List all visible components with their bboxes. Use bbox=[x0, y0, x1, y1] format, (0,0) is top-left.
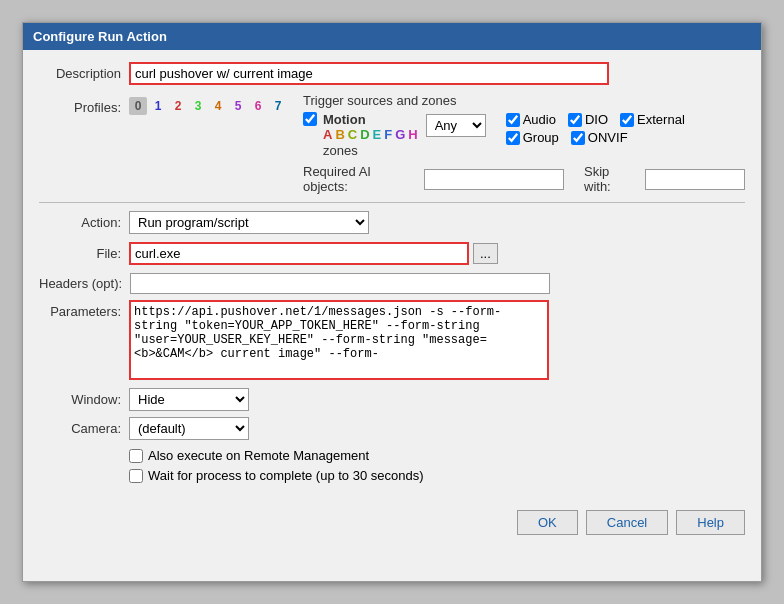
profile-6[interactable]: 6 bbox=[249, 97, 267, 115]
zone-f[interactable]: F bbox=[384, 127, 392, 142]
window-select[interactable]: Hide bbox=[129, 388, 249, 411]
checkboxes-row2: Group ONVIF bbox=[506, 130, 685, 145]
zone-e[interactable]: E bbox=[373, 127, 382, 142]
required-ai-input[interactable] bbox=[424, 169, 564, 190]
file-input[interactable] bbox=[129, 242, 469, 265]
cancel-button[interactable]: Cancel bbox=[586, 510, 668, 535]
audio-checkbox-item: Audio bbox=[506, 112, 556, 127]
trigger-controls: Motion A B C D E F G H zones bbox=[303, 112, 745, 158]
zone-g[interactable]: G bbox=[395, 127, 405, 142]
group-checkbox[interactable] bbox=[506, 131, 520, 145]
dio-checkbox-item: DIO bbox=[568, 112, 608, 127]
browse-button[interactable]: ... bbox=[473, 243, 498, 264]
checkboxes-row1: Audio DIO External bbox=[506, 112, 685, 127]
window-row: Window: Hide bbox=[39, 388, 745, 411]
zone-a[interactable]: A bbox=[323, 127, 332, 142]
description-label: Description bbox=[39, 66, 129, 81]
group-checkbox-item: Group bbox=[506, 130, 559, 145]
zones-label: zones bbox=[323, 143, 418, 158]
motion-label: Motion bbox=[323, 112, 418, 127]
required-ai-label: Required AI objects: bbox=[303, 164, 418, 194]
dio-label: DIO bbox=[585, 112, 608, 127]
profile-5[interactable]: 5 bbox=[229, 97, 247, 115]
wait-process-checkbox[interactable] bbox=[129, 469, 143, 483]
params-label: Parameters: bbox=[39, 300, 129, 319]
profile-2[interactable]: 2 bbox=[169, 97, 187, 115]
ok-button[interactable]: OK bbox=[517, 510, 578, 535]
headers-row: Headers (opt): bbox=[39, 273, 745, 294]
separator1 bbox=[39, 202, 745, 203]
zone-h[interactable]: H bbox=[408, 127, 417, 142]
dialog-body: Description Profiles: 0 1 2 3 4 5 6 7 Tr… bbox=[23, 50, 761, 500]
profile-3[interactable]: 3 bbox=[189, 97, 207, 115]
description-input[interactable] bbox=[129, 62, 609, 85]
profile-1[interactable]: 1 bbox=[149, 97, 167, 115]
file-label: File: bbox=[39, 246, 129, 261]
dialog-footer: OK Cancel Help bbox=[23, 500, 761, 547]
camera-label: Camera: bbox=[39, 421, 129, 436]
zone-letters-row: A B C D E F G H bbox=[323, 127, 418, 142]
profile-4[interactable]: 4 bbox=[209, 97, 227, 115]
params-row: Parameters: https://api.pushover.net/1/m… bbox=[39, 300, 745, 380]
also-execute-label: Also execute on Remote Management bbox=[148, 448, 369, 463]
group-label: Group bbox=[523, 130, 559, 145]
action-select[interactable]: Run program/script bbox=[129, 211, 369, 234]
dialog-titlebar: Configure Run Action bbox=[23, 23, 761, 50]
audio-checkbox[interactable] bbox=[506, 113, 520, 127]
headers-label: Headers (opt): bbox=[39, 276, 130, 291]
help-button[interactable]: Help bbox=[676, 510, 745, 535]
description-row: Description bbox=[39, 62, 745, 85]
dio-checkbox[interactable] bbox=[568, 113, 582, 127]
motion-col bbox=[303, 112, 317, 126]
right-checkboxes: Audio DIO External bbox=[506, 112, 685, 145]
file-row: File: ... bbox=[39, 242, 745, 265]
any-dropdown[interactable]: Any bbox=[426, 114, 486, 137]
profile-7[interactable]: 7 bbox=[269, 97, 287, 115]
external-checkbox[interactable] bbox=[620, 113, 634, 127]
action-label: Action: bbox=[39, 215, 129, 230]
profile-0[interactable]: 0 bbox=[129, 97, 147, 115]
profile-numbers: 0 1 2 3 4 5 6 7 bbox=[129, 97, 287, 115]
profiles-label: Profiles: bbox=[39, 98, 129, 115]
zone-d[interactable]: D bbox=[360, 127, 369, 142]
onvif-checkbox-item: ONVIF bbox=[571, 130, 628, 145]
required-ai-row: Required AI objects: Skip with: bbox=[303, 164, 745, 194]
motion-zones-col: Motion A B C D E F G H zones bbox=[323, 112, 418, 158]
trigger-sources-label: Trigger sources and zones bbox=[303, 93, 745, 108]
motion-checkbox[interactable] bbox=[303, 112, 317, 126]
onvif-label: ONVIF bbox=[588, 130, 628, 145]
configure-run-action-dialog: Configure Run Action Description Profile… bbox=[22, 22, 762, 582]
onvif-checkbox[interactable] bbox=[571, 131, 585, 145]
headers-input[interactable] bbox=[130, 273, 550, 294]
zone-b[interactable]: B bbox=[335, 127, 344, 142]
skip-with-label: Skip with: bbox=[584, 164, 639, 194]
external-checkbox-item: External bbox=[620, 112, 685, 127]
zone-c[interactable]: C bbox=[348, 127, 357, 142]
also-execute-checkbox[interactable] bbox=[129, 449, 143, 463]
skip-with-input[interactable] bbox=[645, 169, 745, 190]
window-label: Window: bbox=[39, 392, 129, 407]
dialog-title: Configure Run Action bbox=[33, 29, 167, 44]
trigger-section: Trigger sources and zones Motion A B C D bbox=[303, 93, 745, 194]
action-row: Action: Run program/script bbox=[39, 211, 745, 234]
also-execute-row: Also execute on Remote Management bbox=[129, 448, 745, 463]
audio-label: Audio bbox=[523, 112, 556, 127]
camera-select[interactable]: (default) bbox=[129, 417, 249, 440]
wait-process-label: Wait for process to complete (up to 30 s… bbox=[148, 468, 424, 483]
camera-row: Camera: (default) bbox=[39, 417, 745, 440]
external-label: External bbox=[637, 112, 685, 127]
wait-process-row: Wait for process to complete (up to 30 s… bbox=[129, 468, 745, 483]
params-textarea[interactable]: https://api.pushover.net/1/messages.json… bbox=[129, 300, 549, 380]
